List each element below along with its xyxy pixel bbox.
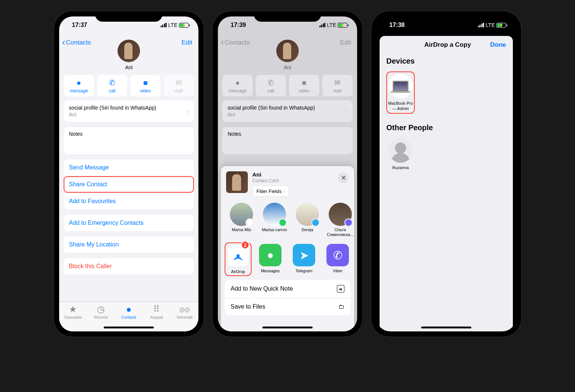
share-location-row[interactable]: Share My Location bbox=[64, 236, 194, 253]
save-files-row[interactable]: Save to Files🗀 bbox=[225, 298, 350, 315]
message-button: ●message bbox=[222, 75, 253, 97]
edit-button[interactable]: Edit bbox=[182, 39, 192, 46]
call-button[interactable]: ✆call bbox=[97, 75, 127, 97]
block-caller-row[interactable]: Block this Caller bbox=[64, 258, 194, 275]
signal-icon bbox=[161, 23, 167, 27]
note-icon: ʍ bbox=[337, 285, 344, 293]
notes-label[interactable]: Notes bbox=[69, 131, 83, 137]
mail-icon: ✉ bbox=[176, 79, 182, 87]
viber-badge-icon bbox=[344, 218, 353, 227]
laptop-icon bbox=[393, 81, 408, 91]
contact-avatar bbox=[276, 40, 299, 62]
video-button: ■video bbox=[289, 75, 319, 97]
viber-icon: ✆ bbox=[326, 244, 349, 266]
edit-button: Edit bbox=[340, 39, 351, 46]
share-title: Ani bbox=[252, 171, 289, 178]
share-avatar bbox=[226, 171, 248, 193]
star-icon: ★ bbox=[69, 304, 77, 315]
mail-button: ✉mail bbox=[322, 75, 353, 97]
carrier-label: LTE bbox=[486, 22, 495, 28]
app-viber[interactable]: ✆Viber bbox=[324, 244, 351, 275]
messages-icon: ● bbox=[259, 244, 282, 266]
back-button: ‹Contacts bbox=[221, 39, 250, 47]
message-button[interactable]: ●message bbox=[64, 75, 94, 97]
social-profile-row: social profile (Siri found in WhatsApp)A… bbox=[222, 100, 353, 122]
svg-point-0 bbox=[237, 254, 240, 257]
other-people-heading: Other People bbox=[380, 120, 513, 135]
chevron-left-icon: ‹ bbox=[221, 38, 224, 47]
filter-fields-button[interactable]: Filter Fields› bbox=[252, 186, 289, 197]
clock: 17:38 bbox=[389, 22, 405, 28]
battery-icon: ⚡ bbox=[338, 23, 347, 28]
home-indicator[interactable] bbox=[421, 327, 471, 328]
battery-icon: ⚡ bbox=[496, 23, 506, 28]
social-profile-row[interactable]: social profile (Siri found in WhatsApp) … bbox=[64, 100, 194, 122]
share-person[interactable]: Mama Mts bbox=[226, 203, 257, 237]
add-favourites-row[interactable]: Add to Favourites bbox=[64, 193, 194, 209]
share-person[interactable]: Sereja bbox=[292, 203, 323, 237]
airdrop-person[interactable]: Ruzanna bbox=[386, 138, 415, 170]
carrier-label: LTE bbox=[168, 22, 177, 28]
clock: 17:37 bbox=[72, 22, 87, 28]
tab-voicemail[interactable]: ⌾⌾Voicemail bbox=[171, 304, 198, 331]
person-silhouette-icon bbox=[388, 138, 413, 163]
chevron-left-icon: ‹ bbox=[62, 38, 65, 47]
send-message-row[interactable]: Send Message bbox=[64, 159, 194, 176]
contact-name: Ani bbox=[59, 64, 198, 70]
airdrop-badge-icon bbox=[246, 218, 254, 227]
share-sheet: Ani Contact Card Filter Fields› ✕ Mama M… bbox=[221, 166, 354, 331]
folder-icon: 🗀 bbox=[338, 303, 344, 310]
home-indicator[interactable] bbox=[262, 327, 313, 328]
close-button[interactable]: ✕ bbox=[338, 172, 349, 183]
phone-icon: ✆ bbox=[109, 79, 115, 87]
telegram-badge-icon bbox=[311, 218, 320, 227]
message-icon: ● bbox=[76, 79, 81, 87]
sheet-title: AirDrop a Copy bbox=[405, 41, 490, 49]
home-indicator[interactable] bbox=[104, 327, 154, 328]
app-messages[interactable]: ●Messages bbox=[257, 244, 284, 275]
share-contact-row[interactable]: Share Contact bbox=[64, 176, 194, 193]
emergency-contacts-row[interactable]: Add to Emergency Contacts bbox=[64, 215, 194, 231]
back-button[interactable]: ‹Contacts bbox=[62, 39, 91, 47]
contact-avatar[interactable] bbox=[118, 40, 140, 62]
share-person[interactable]: Marisa carron bbox=[259, 203, 290, 237]
voicemail-icon: ⌾⌾ bbox=[179, 304, 190, 315]
keypad-icon: ⠿ bbox=[153, 304, 160, 315]
signal-icon bbox=[319, 23, 326, 27]
clock-icon: ◷ bbox=[97, 304, 105, 315]
telegram-icon: ➤ bbox=[293, 244, 315, 266]
clock: 17:39 bbox=[231, 22, 246, 28]
signal-icon bbox=[478, 23, 484, 27]
mail-button: ✉mail bbox=[164, 75, 194, 97]
app-telegram[interactable]: ➤Telegram bbox=[290, 244, 317, 275]
share-subtitle: Contact Card bbox=[252, 178, 289, 183]
device-macbook[interactable]: MacBook Pro — Admin bbox=[386, 71, 415, 114]
contact-name: Ani bbox=[218, 64, 357, 70]
whatsapp-badge-icon bbox=[279, 218, 287, 227]
quick-note-row[interactable]: Add to New Quick Noteʍ bbox=[225, 280, 350, 298]
chevron-right-icon: › bbox=[186, 107, 189, 115]
person-icon: ● bbox=[126, 304, 132, 315]
tab-favourites[interactable]: ★Favourites bbox=[59, 304, 87, 331]
share-person[interactable]: Ольга Семеновска... bbox=[325, 203, 354, 237]
done-button[interactable]: Done bbox=[490, 41, 506, 49]
battery-icon: ⚡ bbox=[179, 23, 189, 28]
video-button[interactable]: ■video bbox=[130, 75, 161, 97]
call-button: ✆call bbox=[256, 75, 286, 97]
carrier-label: LTE bbox=[327, 22, 336, 28]
app-airdrop[interactable]: 2 AirDrop bbox=[225, 242, 252, 276]
devices-heading: Devices bbox=[380, 54, 513, 68]
video-icon: ■ bbox=[143, 79, 147, 87]
